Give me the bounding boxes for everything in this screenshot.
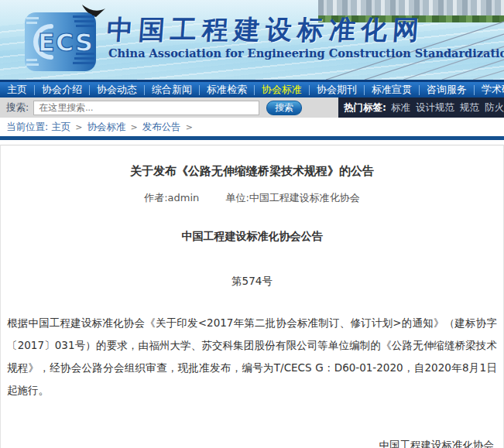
nav-item-academic[interactable]: 学术研究 [475,83,504,97]
page: ECS 中国工程建设标准化网 China Association for Eng… [0,0,504,448]
article-body: 根据中国工程建设标准化协会《关于印发<2017年第二批协会标准制订、修订计划>的… [1,312,503,402]
breadcrumb-separator: > [130,122,137,132]
hot-tag[interactable]: 规范 [460,101,479,115]
nav-item-home[interactable]: 主页 [0,83,34,97]
search-label: 搜索: [6,101,29,115]
site-title: 中国工程建设标准化网 [105,12,471,48]
logo-text: ECS [38,28,94,57]
article-author: 作者:admin [144,192,199,203]
breadcrumb-announcements[interactable]: 发布公告 [142,121,181,134]
notice-title: 中国工程建设标准化协会公告 [1,230,503,244]
breadcrumb-home[interactable]: 主页 [51,121,70,134]
main-nav: 主页 协会介绍 协会动态 综合新闻 标准检索 协会标准 协会期刊 标准宣贯 咨询… [0,80,504,97]
header-banner: ECS 中国工程建设标准化网 China Association for Eng… [0,0,504,80]
search-input[interactable] [33,101,259,115]
nav-item-journal[interactable]: 协会期刊 [310,83,364,97]
cecs-logo: ECS [22,5,107,76]
notice-number: 第574号 [1,275,503,289]
article-panel: 关于发布《公路无伸缩缝桥梁技术规程》的公告 作者:admin 单位:中国工程建设… [0,145,504,448]
nav-item-standard-search[interactable]: 标准检索 [200,83,254,97]
breadcrumb-label: 当前位置: [6,121,48,134]
nav-item-about[interactable]: 协会介绍 [35,83,89,97]
hot-tag[interactable]: 标准 [391,101,410,115]
search-bar: 搜索: 搜索 热门标签: 标准 设计规范 规范 防火设计 市政管网 [0,97,504,118]
hot-tags-label: 热门标签: [344,101,386,115]
signature: 中国工程建设标准化协会 [1,439,503,448]
breadcrumb-separator: > [75,122,82,132]
breadcrumb: 当前位置: 主页 > 协会标准 > 发布公告 > [0,118,504,136]
site-subtitle: China Association for Engineering Constr… [108,46,480,60]
breadcrumb-separator: > [186,122,193,132]
breadcrumb-association-standards[interactable]: 协会标准 [87,121,125,134]
hot-tags-bar: 热门标签: 标准 设计规范 规范 防火设计 市政管网 [338,97,504,118]
search-button[interactable]: 搜索 [266,101,302,115]
nav-item-general-news[interactable]: 综合新闻 [145,83,199,97]
hot-tag[interactable]: 防火设计 [485,101,504,115]
nav-item-association-standards[interactable]: 协会标准 [255,83,309,97]
nav-item-standard-promotion[interactable]: 标准宣贯 [365,83,419,97]
article-meta: 作者:admin 单位:中国工程建设标准化协会 [1,191,503,205]
hot-tag[interactable]: 设计规范 [416,101,454,115]
nav-item-news[interactable]: 协会动态 [90,83,144,97]
nav-item-consulting[interactable]: 咨询服务 [420,83,474,97]
article-unit: 单位:中国工程建设标准化协会 [225,192,359,203]
article-title: 关于发布《公路无伸缩缝桥梁技术规程》的公告 [1,164,503,179]
